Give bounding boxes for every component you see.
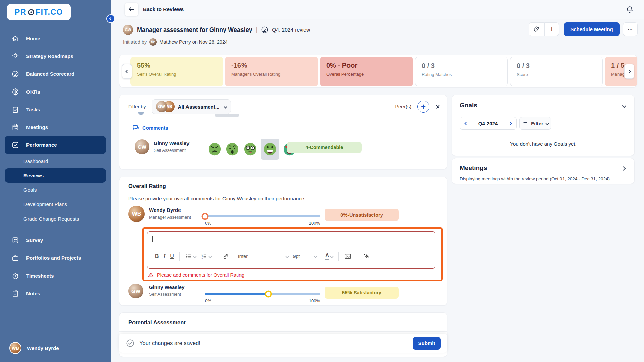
- italic-button[interactable]: I: [161, 251, 168, 262]
- sidebar-subitem-goals[interactable]: Goals: [5, 183, 106, 197]
- lightbulb-icon: [11, 52, 19, 60]
- sidebar-item-tasks[interactable]: Tasks: [5, 101, 106, 118]
- self-rating-slider[interactable]: [205, 293, 320, 295]
- manager-slider-handle[interactable]: [202, 213, 209, 220]
- sidebar-item-balanced-scorecard[interactable]: Balanced Scorecard: [5, 65, 106, 83]
- submit-button[interactable]: Submit: [413, 337, 441, 350]
- font-family-dropdown[interactable]: Inter: [238, 251, 288, 262]
- validation-error-text: Please add comments for Overall Rating: [157, 272, 244, 278]
- period-next-button[interactable]: [504, 117, 516, 129]
- save-status-text: Your changes are saved!: [139, 340, 200, 346]
- gauge-icon: [11, 70, 19, 78]
- sidebar-item-notes[interactable]: Notes: [5, 285, 106, 302]
- notification-bell-icon[interactable]: [625, 5, 634, 14]
- sidebar-collapse-button[interactable]: [106, 14, 115, 23]
- manager-assessment-person: Wendy Byrde Manager Assessment: [149, 207, 191, 220]
- fearful-emoji-icon[interactable]: [225, 142, 240, 157]
- period-prev-button[interactable]: [460, 117, 472, 129]
- chevron-down-icon: [193, 255, 196, 258]
- slider-fill: [205, 293, 268, 295]
- font-size-dropdown[interactable]: 9pt: [293, 251, 317, 262]
- meetings-title: Meetings: [460, 164, 487, 172]
- add-peer-button[interactable]: +: [417, 101, 429, 113]
- collapse-panel-icon[interactable]: [435, 103, 440, 111]
- back-label[interactable]: Back to Reviews: [143, 6, 184, 12]
- insert-link-button[interactable]: [220, 251, 232, 262]
- assessment-filter-dropdown[interactable]: GW WB All Assessment...: [152, 99, 231, 114]
- back-button[interactable]: [125, 3, 138, 16]
- underline-button[interactable]: U: [168, 251, 176, 262]
- target-logo-icon: [28, 9, 35, 16]
- sidebar-subitem-development-plans[interactable]: Development Plans: [5, 197, 106, 212]
- editor-toolbar: B I U 123 Inter 9pt A: [153, 248, 372, 265]
- comment-editor[interactable]: B I U 123 Inter 9pt A: [147, 231, 435, 269]
- text-color-button[interactable]: A: [323, 251, 336, 262]
- sidebar-item-timesheets[interactable]: Timesheets: [5, 267, 106, 285]
- font-size-value: 9pt: [293, 254, 300, 259]
- bullet-list-button[interactable]: [183, 251, 198, 262]
- person-name: Ginny Weasley: [149, 284, 184, 290]
- chevron-left-icon: [125, 70, 129, 73]
- bold-button[interactable]: B: [153, 251, 161, 262]
- person-name: Ginny Weasley: [154, 140, 189, 146]
- self-slider-handle[interactable]: [265, 290, 272, 297]
- meetings-expand-chevron-icon[interactable]: [621, 166, 626, 171]
- meetings-panel: Meetings Displaying meetings within the …: [452, 158, 635, 184]
- goals-filter-label: Filter: [531, 121, 543, 126]
- goals-empty-text: You don't have any Goals yet.: [452, 141, 634, 147]
- self-overall-badge: 55%-Satisfactory: [325, 287, 399, 299]
- comment-bubble-icon: [132, 124, 139, 131]
- sidebar-item-portfolios-and-projects[interactable]: Portfolios and Projects: [5, 249, 106, 267]
- avatar: GW: [128, 284, 143, 298]
- summary-cards-strip: 55% Self's Overall Rating -16% Manager's…: [119, 55, 637, 87]
- sidebar-item-label: Balanced Scorecard: [26, 71, 74, 77]
- smiley-emoji-selected[interactable]: [261, 139, 279, 160]
- target-icon: [11, 88, 19, 96]
- add-button[interactable]: +: [544, 22, 559, 36]
- sidebar-item-strategy-roadmaps[interactable]: Strategy Roadmaps: [5, 47, 106, 65]
- angry-emoji-icon[interactable]: [207, 142, 222, 157]
- subitem-label: Reviews: [23, 173, 44, 178]
- sidebar-item-survey[interactable]: Survey: [5, 231, 106, 249]
- comments-label: Comments: [142, 125, 168, 131]
- sidebar-user[interactable]: WB Wendy Byrde: [0, 342, 111, 362]
- nerd-emoji-icon[interactable]: [243, 142, 258, 157]
- slider-range-labels: 0% 100%: [205, 221, 320, 226]
- sidebar-subitem-reviews[interactable]: Reviews: [5, 168, 106, 183]
- initiated-text: Matthew Perry on Nov 26, 2024: [159, 39, 228, 45]
- schedule-meeting-button[interactable]: Schedule Meeting: [564, 22, 620, 36]
- goals-collapse-chevron-icon[interactable]: [622, 104, 626, 108]
- self-rating-badge: 4-Commendable: [287, 142, 362, 153]
- divider: [119, 331, 447, 332]
- attachment-button[interactable]: [529, 22, 545, 36]
- avatar: GW: [156, 101, 167, 112]
- chevron-down-icon: [285, 255, 289, 258]
- numbered-list-button[interactable]: 123: [198, 251, 214, 262]
- sidebar-item-label: Portfolios and Projects: [26, 255, 81, 261]
- more-options-button[interactable]: •••: [623, 22, 638, 36]
- insert-image-button[interactable]: [342, 251, 354, 262]
- sidebar-item-performance[interactable]: Performance: [5, 136, 106, 154]
- overall-rating-panel: Overall Rating Please provide your overa…: [119, 177, 447, 306]
- sidebar-subitem-dashboard[interactable]: Dashboard: [5, 154, 106, 168]
- chevron-right-icon: [628, 70, 631, 73]
- person-role: Self Assessment: [149, 292, 184, 297]
- goals-filter-button[interactable]: Filter: [519, 117, 551, 130]
- sidebar-item-home[interactable]: Home: [5, 29, 106, 47]
- subitem-label: Grade Change Requests: [23, 216, 79, 222]
- validation-error-row: Please add comments for Overall Rating: [148, 272, 244, 278]
- comments-link[interactable]: Comments: [132, 124, 168, 131]
- slider-min-label: 0%: [205, 298, 211, 303]
- sidebar-item-meetings[interactable]: Meetings: [5, 118, 106, 136]
- ai-sparkle-button[interactable]: [360, 251, 372, 262]
- strip-next-button[interactable]: [624, 64, 634, 79]
- stopwatch-icon: [11, 272, 19, 280]
- sidebar-subitem-grade-change-requests[interactable]: Grade Change Requests: [5, 212, 106, 226]
- strip-prev-button[interactable]: [122, 64, 132, 79]
- manager-rating-badge: 0%-Unsatisfactory: [325, 209, 399, 221]
- toolbar-separator: [179, 252, 180, 261]
- manager-rating-slider[interactable]: [205, 215, 320, 217]
- subitem-label: Goals: [23, 187, 37, 193]
- sidebar-item-okrs[interactable]: OKRs: [5, 83, 106, 101]
- chevron-up-icon: [436, 106, 440, 110]
